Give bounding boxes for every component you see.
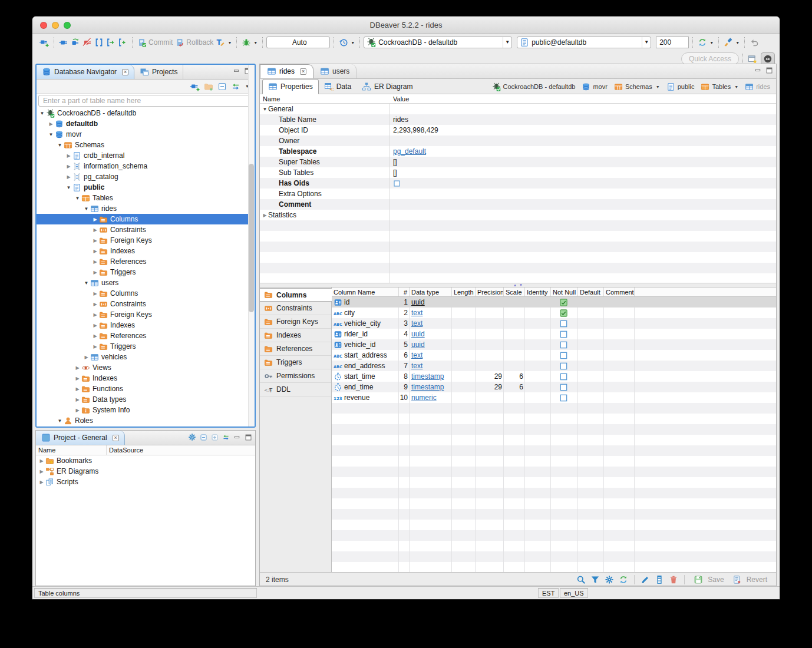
twistie-expanded-icon[interactable]: ▼ — [39, 111, 45, 116]
twistie-expanded-icon[interactable]: ▼ — [57, 418, 63, 424]
new-connection-icon[interactable] — [39, 38, 49, 47]
twistie-collapsed-icon[interactable]: ▶ — [92, 217, 98, 222]
nav-item-defaultdb[interactable]: ▶defaultdb — [37, 118, 255, 129]
nav-item-rides[interactable]: ▼rides — [37, 203, 255, 214]
tab-rides[interactable]: rides × — [260, 64, 313, 78]
project-item-er-diagrams[interactable]: ▶ER Diagrams — [36, 466, 255, 477]
nav-item-indexes[interactable]: ▶Indexes — [37, 246, 255, 256]
project-item-bookmarks[interactable]: ▶Bookmarks — [36, 455, 255, 466]
twistie-collapsed-icon[interactable]: ▶ — [92, 249, 98, 254]
locale-indicator[interactable]: en_US — [560, 588, 588, 598]
refresh-dropdown[interactable]: ▼ — [698, 38, 714, 47]
side-tab-ddl[interactable]: <>TDDL — [260, 383, 331, 396]
property-row-table-name[interactable]: Table Namerides — [260, 114, 776, 125]
nav-item-data-types[interactable]: ▶Data types — [37, 394, 255, 405]
twistie-collapsed-icon[interactable]: ▶ — [92, 323, 98, 328]
table-filter-input[interactable]: Enter a part of table name here — [38, 95, 253, 107]
tab-projects[interactable]: Projects — [134, 65, 183, 79]
data-type-link[interactable]: text — [411, 309, 422, 317]
grid-header-not-null[interactable]: Not Null — [551, 287, 578, 296]
column-divider[interactable] — [390, 104, 390, 283]
save-button[interactable]: Save — [691, 575, 724, 584]
close-tab-icon[interactable]: × — [122, 69, 128, 75]
breadcrumb-caret-icon[interactable]: ▼ — [656, 85, 660, 89]
configure-columns-icon[interactable] — [655, 575, 664, 584]
search-icon[interactable] — [576, 575, 586, 584]
nav-item-roles[interactable]: ▼Roles — [37, 415, 255, 426]
project-item-scripts[interactable]: ▶Scripts — [36, 477, 255, 487]
maximize-panel-icon[interactable] — [765, 67, 773, 74]
link-with-editor-icon[interactable] — [231, 82, 240, 91]
debug-dropdown[interactable]: ▼ — [242, 38, 258, 47]
nav-item-vehicles[interactable]: ▶vehicles — [37, 352, 255, 362]
settings-icon[interactable] — [605, 575, 614, 584]
side-tab-indexes[interactable]: Indexes — [260, 329, 331, 342]
grid-header-precision[interactable]: Precision — [476, 287, 504, 296]
twistie-collapsed-icon[interactable]: ▶ — [65, 174, 72, 180]
minimize-panel-icon[interactable] — [233, 67, 240, 75]
new-folder-icon[interactable] — [204, 82, 213, 91]
refresh-icon[interactable] — [619, 575, 628, 584]
not-null-unchecked-icon[interactable] — [559, 319, 568, 328]
not-null-unchecked-icon[interactable] — [559, 330, 568, 339]
not-null-unchecked-icon[interactable] — [559, 362, 568, 371]
nav-item-crdb-internal[interactable]: ▶crdb_internal — [37, 150, 255, 161]
grid-header-length[interactable]: Length — [452, 287, 476, 296]
grid-header-default[interactable]: Default — [578, 287, 604, 296]
side-tab-columns[interactable]: Columns — [260, 288, 332, 302]
property-row-statistics[interactable]: ▶Statistics — [260, 210, 776, 220]
column-row-revenue[interactable]: 123revenue10numeric — [332, 392, 776, 403]
data-type-link[interactable]: text — [411, 351, 422, 359]
nav-item-columns[interactable]: ▶Columns — [37, 288, 255, 299]
navigator-scrollbar-thumb[interactable] — [249, 164, 254, 312]
tab-users[interactable]: users — [313, 64, 357, 78]
twistie-collapsed-icon[interactable]: ▶ — [65, 153, 72, 158]
nav-item-public[interactable]: ▼public — [37, 182, 255, 193]
column-row-start-time[interactable]: start_time8timestamp296 — [332, 371, 776, 382]
not-null-unchecked-icon[interactable] — [559, 383, 568, 392]
filter-icon[interactable] — [590, 575, 600, 584]
breadcrumb-item-tables[interactable]: Tables▼ — [701, 82, 738, 91]
splitter-sash[interactable]: ▲ ▼ — [260, 283, 776, 287]
side-tab-foreign-keys[interactable]: Foreign Keys — [260, 315, 331, 329]
property-row-super-tables[interactable]: Super Tables[] — [260, 157, 776, 167]
nav-item-references[interactable]: ▶References — [37, 256, 255, 267]
grid-header-column-name[interactable]: Column Name — [332, 287, 399, 296]
commit-mode-combo[interactable]: Auto — [266, 37, 330, 48]
revert-button[interactable]: Revert — [730, 575, 767, 584]
nav-item-movr[interactable]: ▼movr — [37, 129, 255, 140]
twistie-collapsed-icon[interactable]: ▶ — [92, 344, 98, 349]
column-row-vehicle-city[interactable]: ABCvehicle_city3text — [332, 318, 776, 329]
close-tab-icon[interactable]: × — [113, 435, 119, 441]
twistie-collapsed-icon[interactable]: ▶ — [262, 213, 268, 218]
twistie-collapsed-icon[interactable]: ▶ — [74, 365, 81, 371]
twistie-collapsed-icon[interactable]: ▶ — [65, 164, 72, 169]
checkbox-unchecked-icon[interactable] — [393, 180, 401, 187]
side-tab-triggers[interactable]: Triggers — [260, 356, 331, 369]
column-row-start-address[interactable]: ABCstart_address6text — [332, 350, 776, 361]
twistie-collapsed-icon[interactable]: ▶ — [38, 458, 45, 464]
data-type-link[interactable]: text — [411, 362, 422, 370]
side-tab-references[interactable]: References — [260, 342, 331, 356]
grid-header-data-type[interactable]: Data type — [410, 287, 452, 296]
transaction-mode-dropdown[interactable]: T ▼ — [216, 38, 232, 47]
schema-combo-arrow-icon[interactable]: ▼ — [642, 37, 651, 48]
twistie-collapsed-icon[interactable]: ▶ — [92, 312, 98, 318]
twistie-collapsed-icon[interactable]: ▶ — [48, 121, 54, 127]
minimize-window-button[interactable] — [52, 22, 59, 29]
new-connection-icon[interactable] — [190, 82, 200, 91]
grid-header-[interactable]: # — [399, 287, 410, 296]
twistie-collapsed-icon[interactable]: ▶ — [92, 302, 98, 307]
column-row-city[interactable]: ABCcity2text — [332, 308, 776, 318]
not-null-checked-icon[interactable] — [559, 309, 568, 318]
maximize-panel-icon[interactable] — [245, 434, 252, 441]
column-row-end-time[interactable]: end_time9timestamp296 — [332, 382, 776, 392]
property-row-extra-options[interactable]: Extra Options — [260, 189, 776, 199]
disconnect-icon[interactable] — [82, 38, 92, 47]
sash-down-icon[interactable]: ▼ — [519, 283, 523, 287]
twistie-collapsed-icon[interactable]: ▶ — [92, 238, 98, 243]
column-row-rider-id[interactable]: rider_id4uuid — [332, 329, 776, 339]
twistie-expanded-icon[interactable]: ▼ — [83, 206, 90, 211]
twistie-collapsed-icon[interactable]: ▶ — [92, 270, 98, 275]
property-row-owner[interactable]: Owner — [260, 135, 776, 146]
